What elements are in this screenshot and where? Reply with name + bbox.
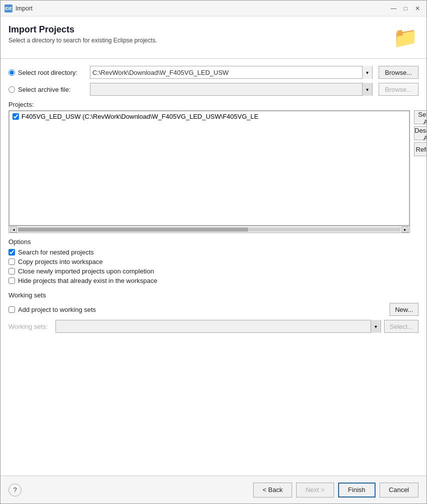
page-subtitle: Select a directory to search for existin… (8, 37, 393, 44)
directory-section: Select root directory: ▾ Browse... Selec… (8, 66, 419, 96)
next-button[interactable]: Next > (296, 483, 334, 498)
header-text: Import Projects Select a directory to se… (8, 24, 393, 44)
finish-button[interactable]: Finish (338, 483, 376, 498)
project-checkbox[interactable] (12, 113, 19, 120)
working-sets-combo: ▾ (55, 320, 381, 333)
root-directory-input[interactable] (90, 69, 362, 76)
close-button[interactable]: ✕ (413, 3, 423, 13)
options-title: Options (8, 238, 419, 246)
folder-icon-wrapper: 📁 (393, 24, 419, 50)
projects-label: Projects: (8, 101, 419, 108)
archive-file-combo: ▾ (90, 83, 373, 96)
project-item[interactable]: F405VG_LED_USW (C:\RevWork\Download\W_F4… (9, 111, 409, 122)
project-item-label: F405VG_LED_USW (C:\RevWork\Download\W_F4… (21, 113, 258, 120)
browse-root-button[interactable]: Browse... (379, 66, 419, 79)
cancel-button[interactable]: Cancel (380, 483, 419, 498)
working-sets-field-label: Working sets: (8, 323, 52, 330)
option-copy-projects-label: Copy projects into workspace (18, 258, 103, 265)
working-sets-section: Working sets Add project to working sets… (8, 291, 419, 333)
archive-file-radio[interactable] (8, 86, 15, 93)
archive-file-dropdown-arrow: ▾ (362, 83, 372, 96)
projects-list[interactable]: F405VG_LED_USW (C:\RevWork\Download\W_F4… (9, 111, 410, 226)
archive-file-row: Select archive file: ▾ Browse... (8, 83, 419, 96)
dialog-content: Import Projects Select a directory to se… (0, 16, 427, 476)
scroll-thumb[interactable] (18, 228, 248, 232)
browse-archive-button: Browse... (379, 83, 419, 96)
option-hide-existing-checkbox[interactable] (8, 277, 15, 284)
horizontal-scrollbar[interactable]: ◂ ▸ (9, 226, 410, 233)
page-title: Import Projects (8, 24, 393, 35)
minimize-button[interactable]: — (389, 3, 399, 13)
window-controls: — □ ✕ (389, 3, 423, 13)
refresh-button[interactable]: Refresh (414, 142, 427, 156)
root-directory-label: Select root directory: (18, 69, 87, 76)
root-directory-radio[interactable] (8, 69, 15, 76)
projects-area: F405VG_LED_USW (C:\RevWork\Download\W_F4… (8, 110, 419, 233)
working-sets-label-row: Working sets: ▾ Select... (8, 320, 419, 333)
option-close-imported-checkbox[interactable] (8, 268, 15, 274)
scroll-right-button[interactable]: ▸ (402, 227, 409, 233)
archive-file-input (90, 86, 362, 93)
folder-icon: 📁 (393, 26, 418, 49)
projects-list-inner: F405VG_LED_USW (C:\RevWork\Download\W_F4… (9, 111, 409, 122)
archive-file-label: Select archive file: (18, 86, 87, 93)
back-button[interactable]: < Back (253, 483, 292, 498)
projects-side-buttons: Select All Deselect All Refresh (414, 110, 427, 233)
new-working-set-button[interactable]: New... (390, 303, 419, 316)
root-directory-dropdown-arrow[interactable]: ▾ (362, 66, 372, 79)
options-section: Options Search for nested projects Copy … (8, 238, 419, 286)
import-dialog: IDE Import — □ ✕ Import Projects Select … (0, 0, 427, 504)
option-nested-projects-checkbox[interactable] (8, 249, 15, 255)
scroll-track[interactable] (18, 228, 401, 232)
ide-icon: IDE (4, 4, 12, 12)
root-directory-combo: ▾ (90, 66, 373, 79)
page-header: Import Projects Select a directory to se… (8, 24, 419, 50)
select-all-button[interactable]: Select All (414, 110, 427, 124)
add-to-working-sets-row: Add project to working sets New... (8, 303, 419, 316)
help-button[interactable]: ? (8, 484, 21, 497)
content-spacer (8, 338, 419, 476)
option-hide-existing-label: Hide projects that already exist in the … (18, 277, 157, 284)
projects-list-container: F405VG_LED_USW (C:\RevWork\Download\W_F4… (8, 110, 410, 233)
title-bar: IDE Import — □ ✕ (0, 0, 427, 16)
add-to-working-sets-label: Add project to working sets (18, 306, 387, 313)
window-title: Import (15, 5, 389, 12)
option-close-imported-row: Close newly imported projects upon compl… (8, 267, 419, 275)
option-nested-projects-label: Search for nested projects (18, 249, 94, 256)
option-copy-projects-row: Copy projects into workspace (8, 258, 419, 265)
option-hide-existing-row: Hide projects that already exist in the … (8, 277, 419, 284)
working-sets-dropdown-arrow: ▾ (371, 320, 381, 333)
option-close-imported-label: Close newly imported projects upon compl… (18, 267, 154, 275)
deselect-all-button[interactable]: Deselect All (414, 126, 427, 140)
root-directory-row: Select root directory: ▾ Browse... (8, 66, 419, 79)
maximize-button[interactable]: □ (401, 3, 411, 13)
add-to-working-sets-checkbox[interactable] (8, 306, 15, 313)
scroll-left-button[interactable]: ◂ (10, 227, 17, 233)
select-working-sets-button: Select... (384, 320, 419, 333)
option-copy-projects-checkbox[interactable] (8, 258, 15, 265)
working-sets-input (56, 323, 371, 330)
separator (0, 58, 427, 59)
option-nested-projects-row: Search for nested projects (8, 249, 419, 256)
working-sets-title: Working sets (8, 291, 419, 299)
bottom-bar: ? < Back Next > Finish Cancel (0, 476, 427, 504)
